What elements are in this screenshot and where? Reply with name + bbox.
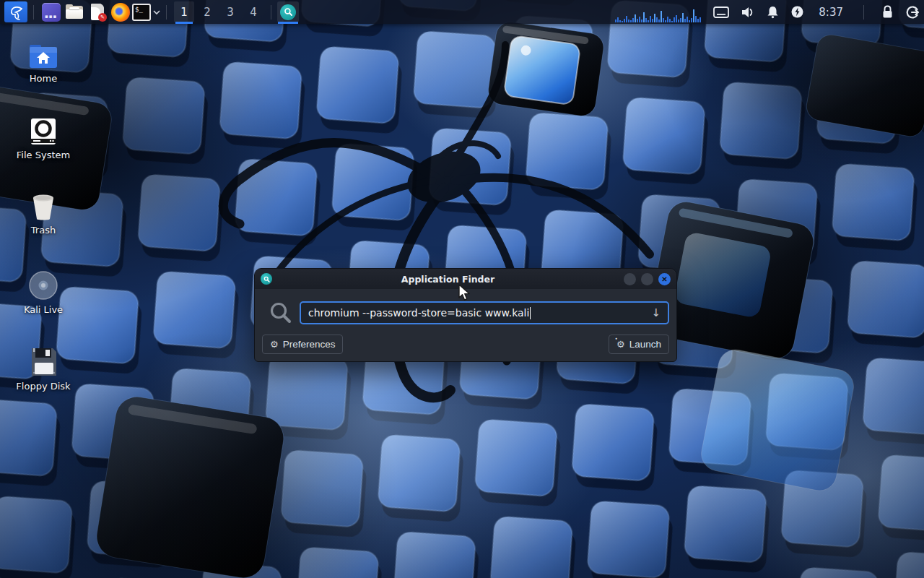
window-finder-icon — [261, 273, 272, 285]
command-input[interactable]: chromium --password-store=basic www.kali… — [300, 301, 669, 324]
window-dots: ▪▪▪ — [45, 14, 57, 20]
top-panel: ▪▪▪ ✎ $_ 1 2 3 4 — [0, 0, 924, 24]
maximize-button[interactable] — [641, 273, 653, 285]
optical-disc-icon — [28, 270, 58, 301]
desktop-icon-label: Kali Live — [9, 304, 78, 315]
desktop-icon-kali-live[interactable]: Kali Live — [9, 269, 78, 315]
desktop-icon-file-system[interactable]: File System — [9, 114, 78, 160]
gear-icon: ⚙ — [270, 339, 279, 350]
kali-menu-button[interactable] — [4, 1, 27, 22]
command-input-value: chromium --password-store=basic www.kali — [308, 307, 529, 319]
minimize-button[interactable] — [624, 273, 636, 285]
panel-separator — [166, 5, 167, 20]
dropdown-arrow-icon[interactable]: ↓ — [651, 306, 661, 319]
keyboard-icon[interactable] — [713, 7, 729, 18]
window-title: Application Finder — [272, 274, 624, 285]
notifications-bell-icon[interactable] — [767, 6, 779, 19]
system-tray: 8:37 — [713, 5, 920, 20]
launcher-window-app[interactable]: ▪▪▪ — [40, 1, 63, 22]
preferences-button[interactable]: ⚙ Preferences — [262, 335, 343, 354]
power-manager-icon[interactable] — [790, 5, 804, 19]
close-icon: ✕ — [661, 275, 667, 283]
terminal-icon: $_ — [132, 4, 151, 21]
close-button[interactable]: ✕ — [658, 273, 671, 285]
panel-separator — [33, 5, 34, 20]
application-finder-window: Application Finder ✕ chromium --password… — [254, 268, 677, 362]
network-monitor — [615, 7, 703, 24]
launch-button[interactable]: ⚙ Launch — [609, 335, 669, 354]
home-folder-icon — [28, 43, 58, 69]
desktop-icon-label: File System — [9, 150, 78, 160]
clock[interactable]: 8:37 — [819, 6, 843, 19]
lock-screen-icon[interactable] — [881, 5, 894, 19]
trash-icon — [30, 192, 57, 221]
text-caret — [530, 307, 531, 319]
application-finder-icon — [280, 4, 296, 20]
desktop-icon-floppy-disk[interactable]: Floppy Disk — [9, 345, 78, 392]
workspace-1[interactable]: 1 — [174, 1, 194, 22]
launcher-file-manager[interactable] — [63, 1, 86, 22]
workspace-4[interactable]: 4 — [243, 1, 263, 22]
document-icon: ✎ — [88, 3, 107, 22]
launcher-firefox[interactable] — [109, 1, 132, 22]
workspace-3[interactable]: 3 — [220, 1, 240, 22]
desktop-icon-label: Trash — [9, 225, 78, 236]
logout-icon[interactable] — [905, 5, 920, 20]
desktop: ▪▪▪ ✎ $_ 1 2 3 4 — [0, 0, 924, 578]
desktop-icon-label: Floppy Disk — [9, 381, 78, 392]
search-icon — [262, 301, 300, 325]
desktop-icon-label: Home — [9, 73, 78, 84]
folder-icon — [65, 3, 84, 22]
pencil-badge-icon: ✎ — [98, 13, 107, 22]
launcher-terminal[interactable]: $_ — [132, 1, 160, 22]
workspace-2[interactable]: 2 — [197, 1, 217, 22]
hard-drive-icon — [29, 117, 58, 146]
launcher-text-editor[interactable]: ✎ — [86, 1, 109, 22]
launch-gear-icon: ⚙ — [616, 339, 625, 350]
panel-separator — [863, 5, 864, 20]
window-app-icon: ▪▪▪ — [42, 3, 61, 22]
firefox-icon — [111, 3, 130, 22]
floppy-disk-icon — [29, 347, 58, 377]
taskbar-application-finder[interactable] — [277, 1, 299, 22]
volume-icon[interactable] — [741, 6, 755, 19]
desktop-icon-trash[interactable]: Trash — [9, 189, 78, 236]
panel-separator — [271, 5, 271, 20]
kali-logo-icon — [7, 4, 25, 21]
network-monitor-bars — [615, 9, 701, 22]
chevron-down-icon[interactable] — [153, 9, 160, 15]
desktop-icon-home[interactable]: Home — [9, 38, 78, 84]
mouse-cursor — [458, 284, 472, 301]
